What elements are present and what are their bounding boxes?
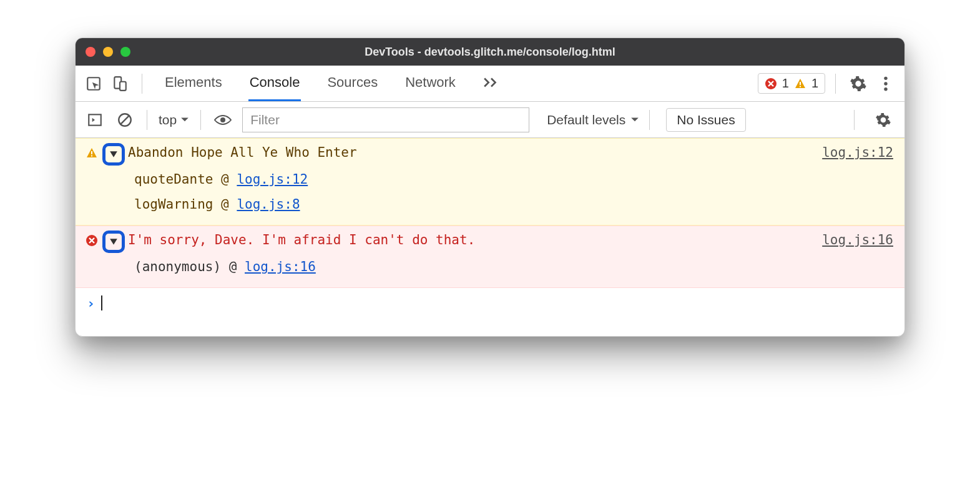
titlebar: DevTools - devtools.glitch.me/console/lo…: [76, 38, 904, 66]
device-toggle-icon[interactable]: [108, 72, 132, 96]
tab-sources[interactable]: Sources: [326, 66, 379, 101]
chevron-down-icon: [180, 117, 189, 123]
stack-frame: logWarning @ log.js:8: [134, 192, 893, 217]
stack-function: logWarning: [134, 197, 213, 212]
toggle-sidebar-button[interactable]: [84, 109, 105, 131]
svg-rect-5: [800, 86, 801, 87]
text-cursor: [101, 295, 102, 310]
minimize-window-button[interactable]: [103, 47, 113, 57]
more-menu-button[interactable]: [873, 76, 898, 92]
devtools-window: DevTools - devtools.glitch.me/console/lo…: [75, 37, 905, 337]
stack-trace: (anonymous) @ log.js:16: [76, 252, 904, 287]
inspect-element-icon[interactable]: [82, 72, 105, 96]
stack-frame: (anonymous) @ log.js:16: [134, 255, 893, 280]
context-label: top: [159, 112, 177, 127]
main-tabstrip: Elements Console Sources Network 1 1: [76, 66, 904, 102]
svg-point-6: [884, 76, 887, 79]
tab-network[interactable]: Network: [404, 66, 457, 101]
tab-overflow[interactable]: [482, 66, 501, 101]
levels-label: Default levels: [547, 112, 625, 127]
console-toolbar: top Default levels No Issues: [76, 102, 904, 138]
warning-icon: [86, 147, 99, 159]
console-output: Abandon Hope All Ye Who Enter log.js:12 …: [76, 138, 904, 336]
chevron-down-icon: [630, 117, 639, 123]
stack-source-link[interactable]: log.js:12: [237, 172, 308, 187]
expand-toggle[interactable]: [104, 145, 123, 164]
error-icon: [86, 234, 99, 247]
svg-rect-4: [800, 82, 801, 85]
svg-line-11: [120, 115, 129, 124]
highlight-ring: [102, 231, 125, 253]
execution-context-select[interactable]: top: [159, 112, 189, 127]
window-controls: [86, 47, 130, 57]
sidebar-icon: [87, 112, 103, 128]
kebab-icon: [883, 76, 888, 92]
gear-icon: [875, 112, 891, 128]
filter-input[interactable]: [242, 107, 529, 132]
clear-console-button[interactable]: [114, 109, 135, 131]
stack-source-link[interactable]: log.js:8: [237, 197, 300, 212]
error-icon: [765, 77, 777, 90]
svg-point-8: [884, 87, 887, 90]
ban-icon: [117, 112, 133, 128]
console-message-error: I'm sorry, Dave. I'm afraid I can't do t…: [76, 226, 904, 288]
message-text: I'm sorry, Dave. I'm afraid I can't do t…: [128, 232, 817, 247]
divider: [835, 74, 836, 94]
tab-console[interactable]: Console: [248, 66, 301, 101]
divider: [854, 110, 855, 130]
warning-icon: [794, 77, 806, 90]
svg-rect-13: [91, 151, 92, 154]
svg-point-12: [220, 117, 225, 122]
stack-source-link[interactable]: log.js:16: [245, 259, 316, 274]
divider: [200, 110, 201, 130]
source-link[interactable]: log.js:16: [822, 232, 893, 247]
stack-frame: quoteDante @ log.js:12: [134, 167, 893, 192]
divider: [147, 110, 147, 130]
svg-rect-2: [120, 81, 126, 90]
issues-label: No Issues: [677, 112, 735, 127]
live-expression-button[interactable]: [212, 109, 233, 131]
console-prompt[interactable]: ›: [76, 288, 904, 336]
stack-function: (anonymous): [134, 259, 221, 274]
tab-elements[interactable]: Elements: [164, 66, 223, 101]
svg-rect-14: [91, 156, 92, 157]
divider: [142, 74, 142, 94]
prompt-caret-icon: ›: [87, 295, 95, 311]
svg-point-7: [884, 82, 887, 85]
close-window-button[interactable]: [86, 47, 96, 57]
console-settings-button[interactable]: [871, 112, 896, 128]
settings-button[interactable]: [846, 75, 871, 92]
message-text: Abandon Hope All Ye Who Enter: [128, 145, 817, 160]
window-title: DevTools - devtools.glitch.me/console/lo…: [76, 46, 904, 59]
stack-function: quoteDante: [134, 172, 213, 187]
eye-icon: [213, 114, 232, 126]
panel-tabs: Elements Console Sources Network: [164, 66, 501, 101]
expand-toggle[interactable]: [104, 232, 123, 251]
zoom-window-button[interactable]: [120, 47, 130, 57]
log-levels-select[interactable]: Default levels: [547, 112, 639, 127]
stack-trace: quoteDante @ log.js:12 logWarning @ log.…: [76, 165, 904, 225]
source-link[interactable]: log.js:12: [822, 145, 893, 160]
error-warning-badge[interactable]: 1 1: [758, 73, 825, 94]
warning-count: 1: [811, 76, 818, 91]
divider: [649, 110, 650, 130]
console-message-warning: Abandon Hope All Ye Who Enter log.js:12 …: [76, 138, 904, 226]
error-count: 1: [782, 76, 789, 91]
gear-icon: [850, 75, 867, 92]
chevron-double-right-icon: [483, 77, 499, 88]
highlight-ring: [102, 143, 125, 166]
issues-button[interactable]: No Issues: [666, 108, 745, 132]
